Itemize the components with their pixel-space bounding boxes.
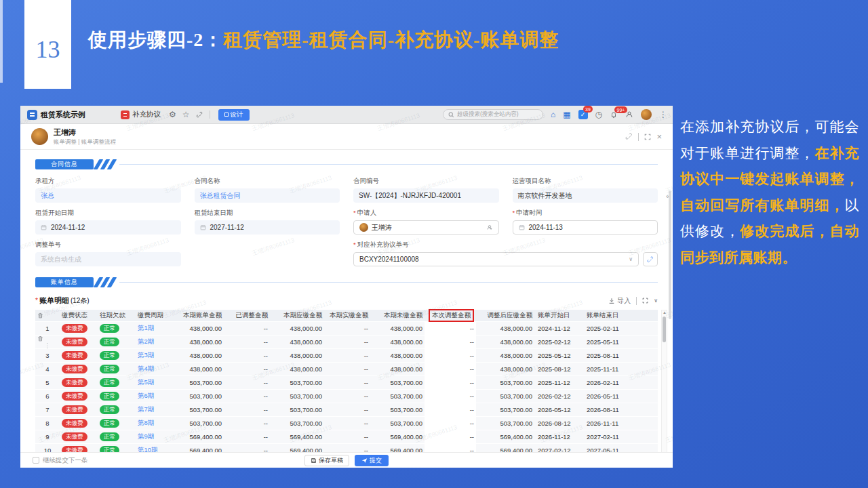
page-scrollbar[interactable] — [669, 190, 671, 319]
submit-button[interactable]: 提交 — [355, 455, 389, 466]
adjusted-amount-cell: -- — [224, 406, 270, 413]
bill-amount-cell: 503,700.00 — [170, 392, 224, 400]
share-link-icon[interactable] — [196, 111, 203, 119]
column-header: 本期账单金额 — [170, 311, 224, 320]
this-adjust-input-cell[interactable]: -- — [425, 403, 476, 416]
slide-background: 13 使用步骤四-2：租赁管理-租赁合同-补充协议-账单调整 在添加补充协议后，… — [0, 0, 868, 488]
delete-column-icon[interactable] — [35, 312, 60, 319]
settings-icon[interactable]: ⚙ — [169, 110, 176, 119]
global-search-input[interactable]: 超级搜索(搜索全站内容) — [443, 109, 543, 120]
bill-start-date-cell: 2025-05-12 — [534, 352, 585, 359]
more-icon[interactable]: ⋮ — [659, 110, 667, 119]
divider — [636, 297, 637, 305]
row-delete-icon[interactable]: ⋮ — [35, 336, 60, 349]
arrears-status-badge: 正常 — [98, 419, 136, 428]
contacts-icon[interactable] — [625, 110, 633, 119]
apply-time-input[interactable]: 2024-11-13 — [513, 220, 658, 235]
section-contract-info: 合同信息 — [35, 159, 658, 169]
period-link[interactable]: 第3期 — [136, 351, 170, 360]
period-link[interactable]: 第5期 — [136, 378, 170, 387]
open-link-button[interactable] — [643, 252, 658, 266]
table-collapse-icon[interactable]: ∨ — [654, 298, 658, 304]
favorite-star-icon[interactable]: ☆ — [182, 110, 190, 119]
this-adjust-input-cell[interactable]: -- — [425, 430, 476, 443]
this-adjust-input-cell[interactable]: -- — [425, 336, 476, 348]
this-adjust-input-cell[interactable]: -- — [425, 390, 476, 403]
app-logo-icon — [27, 110, 37, 120]
notification-bell-icon[interactable]: 99+ — [610, 110, 618, 119]
period-link[interactable]: 第9期 — [136, 432, 170, 441]
payment-status-badge: 未缴费 — [60, 324, 98, 333]
close-icon[interactable]: × — [656, 131, 662, 142]
period-link[interactable]: 第6期 — [136, 392, 170, 401]
save-icon — [311, 458, 317, 464]
this-adjust-input-cell[interactable]: -- — [425, 349, 476, 362]
unpaid-amount-cell: 503,700.00 — [370, 420, 425, 427]
divider — [210, 110, 210, 119]
period-link[interactable]: 第2期 — [136, 338, 170, 346]
due-amount-cell: 503,700.00 — [270, 379, 324, 386]
period-link[interactable]: 第8期 — [136, 419, 170, 428]
field-contract-name: 合同名称 张总租赁合同 — [195, 177, 340, 203]
import-button[interactable]: 导入 — [608, 296, 631, 306]
arrears-status-badge: 正常 — [98, 405, 136, 414]
app-logo[interactable]: 租赁系统示例 — [27, 110, 85, 120]
after-adjust-amount-cell: 438,000.00 — [476, 325, 534, 332]
continue-checkbox[interactable] — [33, 457, 39, 464]
copy-link-icon[interactable] — [625, 133, 633, 140]
design-button[interactable]: 设计 — [218, 109, 250, 121]
agreement-no-select[interactable]: BCXY20241100008 ∨ — [353, 252, 639, 266]
paid-amount-cell: -- — [324, 352, 370, 359]
fullscreen-icon[interactable] — [644, 134, 651, 140]
period-link[interactable]: 第1期 — [136, 324, 170, 333]
period-link[interactable]: 第7期 — [136, 405, 170, 414]
row-number: 3 — [35, 352, 60, 359]
due-amount-cell: 503,700.00 — [270, 392, 324, 400]
table-row-count: (12条) — [71, 296, 90, 306]
table-row: 1未缴费正常第1期438,000.00--438,000.00--438,000… — [35, 322, 658, 336]
home-icon[interactable]: ⌂ — [551, 110, 555, 119]
bill-end-date-cell: 2025-05-11 — [585, 338, 633, 346]
table-scrollbar[interactable]: ▲▼ — [661, 310, 667, 468]
field-apply-time: *申请时间 2024-11-13 — [513, 209, 658, 235]
bill-start-date-cell: 2025-11-12 — [534, 379, 585, 386]
chevron-down-icon: ∨ — [629, 256, 633, 262]
this-adjust-input-cell[interactable]: -- — [425, 363, 476, 375]
download-icon — [608, 298, 615, 304]
field-lease-start: 租赁开始日期 2024-11-12 — [35, 209, 181, 235]
history-clock-icon[interactable]: ◷ — [595, 110, 602, 119]
tasks-badge: 39 — [583, 106, 593, 113]
table-row: 5未缴费正常第5期503,700.00--503,700.00--503,700… — [35, 376, 658, 390]
bill-start-date-cell: 2026-11-12 — [534, 433, 585, 441]
applicant-input[interactable]: 王增涛 — [353, 220, 499, 235]
table-fullscreen-icon[interactable] — [642, 298, 648, 304]
adjusted-amount-cell: -- — [224, 338, 270, 346]
record-avatar — [31, 128, 48, 145]
apps-grid-icon[interactable]: ▦ — [563, 110, 570, 119]
row-number: 9 — [35, 433, 60, 441]
tasks-icon[interactable]: ✓ 39 — [578, 110, 588, 119]
paid-amount-cell: -- — [324, 365, 370, 373]
project-name-value: 南京软件开发基地 — [513, 188, 658, 203]
save-draft-button[interactable]: 保存草稿 — [304, 455, 349, 466]
app-topbar: 租赁系统示例 补充协议 ⚙ ☆ 设计 超级搜索(搜索全站内容) ⌂ — [20, 106, 673, 124]
bill-amount-cell: 438,000.00 — [170, 365, 224, 373]
field-project-name: 运营项目名称 南京软件开发基地 — [513, 177, 658, 203]
bill-amount-cell: 503,700.00 — [170, 420, 224, 427]
bill-start-date-cell: 2026-05-12 — [534, 406, 585, 413]
payment-status-badge: 未缴费 — [60, 365, 98, 373]
field-contract-no: 合同编号 SW-【2024】-NJRJKFJD-420001 — [353, 177, 499, 203]
contract-name-value[interactable]: 张总租赁合同 — [195, 188, 340, 203]
tab-supplement-agreement[interactable]: 补充协议 — [121, 110, 161, 119]
person-select-icon[interactable] — [486, 224, 493, 231]
column-header: 本次调整金额 — [425, 309, 476, 322]
lessee-value[interactable]: 张总 — [35, 188, 181, 203]
this-adjust-input-cell[interactable]: -- — [425, 376, 476, 389]
user-avatar[interactable] — [641, 109, 652, 120]
period-link[interactable]: 第4期 — [136, 365, 170, 373]
tab-label: 补充协议 — [132, 110, 161, 119]
this-adjust-input-cell[interactable]: -- — [425, 417, 476, 430]
decor-strip — [0, 0, 3, 83]
this-adjust-input-cell[interactable]: -- — [425, 322, 476, 335]
column-header: 往期欠款 — [98, 311, 136, 320]
